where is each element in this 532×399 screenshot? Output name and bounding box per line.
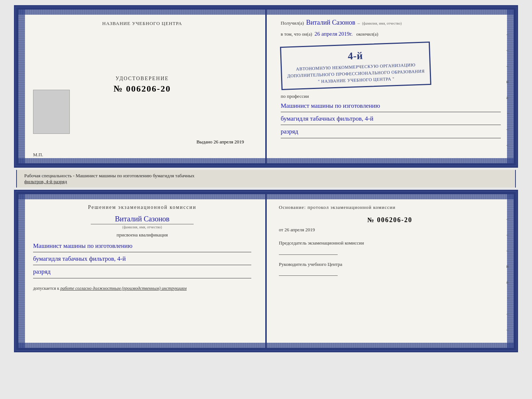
basis-title: Основание: протокол экзаменационной коми…: [279, 204, 501, 210]
certificate-top: НАЗВАНИЕ УЧЕБНОГО ЦЕНТРА УДОСТОВЕРЕНИЕ №…: [16, 7, 516, 165]
bottom-number: № 006206-20: [279, 216, 501, 224]
stamp: 4-й АВТОНОМНУЮ НЕКОММЕРЧЕСКУЮ ОРГАНИЗАЦИ…: [280, 42, 431, 90]
bottom-date: 26 апреля 2019: [284, 227, 315, 232]
qual-line2: бумагидля табачных фильтров, 4-й: [33, 254, 251, 265]
divider-area: Рабочая специальность - Машинист машины …: [16, 170, 516, 188]
chairman-block: Председатель экзаменационной комиссии: [279, 239, 501, 255]
stamp-line4: " НАЗВАНИЕ УЧЕБНОГО ЦЕНТРА ": [318, 76, 395, 84]
mp-label: М.П.: [33, 152, 43, 158]
training-center-heading: НАЗВАНИЕ УЧЕБНОГО ЦЕНТРА: [102, 21, 182, 26]
profession-line3: разряд: [281, 127, 501, 138]
right-edge-marks: – – – и а ← – –: [506, 32, 511, 148]
completed-label: окончил(а): [356, 31, 378, 37]
in-fact-label: в том, что он(а): [281, 31, 312, 37]
cert-label: УДОСТОВЕРЕНИЕ: [114, 76, 171, 82]
bottom-person-subtext: (фамилия, имя, отчество): [122, 225, 162, 229]
right-page: Получил(а) Виталий Сазонов – (фамилия, и…: [266, 10, 514, 163]
certificate-bottom: Решением экзаменационной комиссии Витали…: [16, 192, 516, 350]
cert-number-block: УДОСТОВЕРЕНИЕ № 006206-20: [114, 76, 171, 94]
dash: –: [357, 20, 360, 26]
in-fact-block: в том, что он(а) 26 апреля 2019г. окончи…: [281, 29, 501, 38]
director-block: Руководитель учебного Центра: [279, 261, 501, 276]
recipient-name: Виталий Сазонов: [306, 19, 355, 26]
profession-line1: Машинист машины по изготовлению: [281, 101, 501, 112]
director-label: Руководитель учебного Центра: [279, 261, 501, 268]
name-line-bottom: Виталий Сазонов (фамилия, имя, отчество): [33, 215, 251, 229]
divider-text-underline: фильтров, 4-й разряд: [24, 179, 67, 184]
bottom-date-line: от 26 апреля 2019: [279, 227, 501, 233]
bottom-left-page: Решением экзаменационной комиссии Витали…: [18, 194, 266, 348]
issued-label: Выдано: [197, 139, 212, 145]
right-edge-marks-bottom: – – – и а ← – –: [506, 216, 511, 332]
recipient-subtext: (фамилия, имя, отчество): [362, 21, 402, 25]
qual-line1: Машинист машины по изготовлению: [33, 241, 251, 252]
profession-line2: бумагидля табачных фильтров, 4-й: [281, 114, 501, 125]
chairman-sig-line: [279, 248, 338, 255]
heading-top: НАЗВАНИЕ УЧЕБНОГО ЦЕНТРА: [102, 21, 182, 26]
divider-text-normal: Рабочая специальность - Машинист машины …: [24, 173, 194, 178]
bottom-right-page: Основание: протокол экзаменационной коми…: [266, 194, 514, 348]
qualifier-text: присвоена квалификация: [33, 232, 251, 238]
chairman-label: Председатель экзаменационной комиссии: [279, 239, 501, 247]
recipient-line: Получил(а) Виталий Сазонов – (фамилия, и…: [281, 19, 501, 26]
issued-date: 26 апреля 2019: [213, 139, 244, 145]
cert-number: № 006206-20: [114, 84, 171, 94]
qual-line3: разряд: [33, 267, 251, 278]
director-sig-line: [279, 269, 338, 276]
photo-placeholder: [33, 90, 70, 134]
bottom-person-name: Виталий Сазонов: [115, 215, 170, 223]
left-page: НАЗВАНИЕ УЧЕБНОГО ЦЕНТРА УДОСТОВЕРЕНИЕ №…: [18, 10, 266, 163]
allow-label: допускается к: [33, 286, 59, 291]
profession-block: по профессии Машинист машины по изготовл…: [281, 93, 501, 138]
stamp-wrapper: 4-й АВТОНОМНУЮ НЕКОММЕРЧЕСКУЮ ОРГАНИЗАЦИ…: [281, 42, 501, 90]
commission-title: Решением экзаменационной комиссии: [33, 204, 251, 210]
date-prefix: от: [279, 227, 283, 232]
date-filled: 26 апреля 2019г.: [314, 31, 353, 37]
allow-text-block: допускается к работе согласно должностны…: [33, 286, 251, 291]
profession-label: по профессии: [281, 93, 501, 99]
issued-line: Выдано 26 апреля 2019: [197, 139, 244, 145]
allow-text-content: работе согласно должностным (производств…: [60, 286, 187, 291]
received-label: Получил(а): [281, 20, 304, 26]
